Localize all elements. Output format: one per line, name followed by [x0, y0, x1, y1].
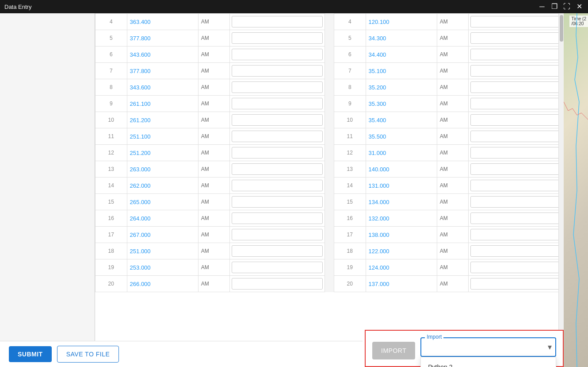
- unit-cell: AM: [437, 227, 469, 243]
- table-row: 18 122.000 AM: [334, 243, 564, 259]
- unit-cell: AM: [437, 161, 469, 178]
- input-cell[interactable]: [230, 46, 325, 63]
- row-number: 7: [95, 63, 127, 79]
- input-cell[interactable]: [469, 276, 564, 292]
- data-input[interactable]: [232, 278, 323, 290]
- input-cell[interactable]: [230, 79, 325, 96]
- input-cell[interactable]: [469, 128, 564, 145]
- data-input[interactable]: [470, 32, 561, 44]
- value-cell: 140.000: [366, 161, 437, 178]
- input-cell[interactable]: [469, 14, 564, 30]
- input-cell[interactable]: [469, 30, 564, 46]
- value-cell: 138.000: [366, 227, 437, 243]
- input-cell[interactable]: [469, 96, 564, 112]
- input-cell[interactable]: [469, 227, 564, 243]
- unit-cell: AM: [437, 96, 469, 112]
- input-cell[interactable]: [230, 259, 325, 276]
- value-cell: 35.100: [366, 63, 437, 79]
- data-input[interactable]: [232, 131, 323, 142]
- input-cell[interactable]: [469, 63, 564, 79]
- data-input[interactable]: [232, 16, 323, 27]
- value-cell: 124.000: [366, 259, 437, 276]
- input-cell[interactable]: [230, 96, 325, 112]
- input-cell[interactable]: [230, 210, 325, 227]
- import-button: IMPORT: [372, 342, 415, 359]
- data-input[interactable]: [232, 163, 323, 175]
- restore-button[interactable]: ❐: [550, 3, 559, 10]
- save-to-file-button[interactable]: SAVE TO FILE: [57, 346, 119, 363]
- unit-cell: AM: [437, 14, 469, 30]
- table-row: 9 261.100 AM: [95, 96, 325, 112]
- input-cell[interactable]: [230, 63, 325, 79]
- submit-button[interactable]: SUBMIT: [9, 346, 52, 362]
- input-cell[interactable]: [469, 145, 564, 161]
- data-input[interactable]: [232, 262, 323, 273]
- data-input[interactable]: [470, 163, 561, 175]
- import-dropdown-menu: Python 2 Import from file: [420, 357, 556, 367]
- data-input[interactable]: [470, 180, 561, 191]
- data-input[interactable]: [470, 196, 561, 208]
- data-input[interactable]: [470, 278, 561, 290]
- data-input[interactable]: [232, 65, 323, 77]
- data-input[interactable]: [232, 32, 323, 44]
- data-input[interactable]: [470, 212, 561, 224]
- close-button[interactable]: ✕: [575, 3, 584, 10]
- input-cell[interactable]: [230, 30, 325, 46]
- input-cell[interactable]: [230, 112, 325, 128]
- dropdown-item-python2[interactable]: Python 2: [421, 357, 556, 367]
- input-cell[interactable]: [469, 259, 564, 276]
- row-number: 9: [95, 96, 127, 112]
- row-number: 17: [334, 227, 366, 243]
- value-cell: 261.200: [127, 112, 198, 128]
- input-cell[interactable]: [230, 145, 325, 161]
- data-input[interactable]: [470, 49, 561, 60]
- input-cell[interactable]: [469, 112, 564, 128]
- data-input[interactable]: [470, 81, 561, 93]
- data-input[interactable]: [470, 98, 561, 109]
- data-input[interactable]: [232, 180, 323, 191]
- expand-button[interactable]: ⛶: [562, 3, 571, 10]
- input-cell[interactable]: [469, 46, 564, 63]
- data-input[interactable]: [232, 196, 323, 208]
- data-input[interactable]: [232, 81, 323, 93]
- data-input[interactable]: [232, 98, 323, 109]
- data-input[interactable]: [470, 229, 561, 240]
- unit-cell: AM: [198, 96, 230, 112]
- data-input[interactable]: [232, 229, 323, 240]
- minimize-button[interactable]: ─: [538, 3, 546, 10]
- data-input[interactable]: [470, 262, 561, 273]
- input-cell[interactable]: [230, 161, 325, 178]
- data-input[interactable]: [470, 131, 561, 142]
- data-input[interactable]: [470, 147, 561, 158]
- input-cell[interactable]: [469, 243, 564, 259]
- input-cell[interactable]: [469, 161, 564, 178]
- data-input[interactable]: [470, 245, 561, 257]
- input-cell[interactable]: [230, 276, 325, 292]
- input-cell[interactable]: [230, 227, 325, 243]
- input-cell[interactable]: [230, 194, 325, 210]
- data-input[interactable]: [470, 16, 561, 27]
- input-cell[interactable]: [469, 194, 564, 210]
- unit-cell: AM: [437, 210, 469, 227]
- scrollbar[interactable]: ▲: [558, 13, 564, 340]
- input-cell[interactable]: [469, 79, 564, 96]
- unit-cell: AM: [198, 46, 230, 63]
- input-cell[interactable]: [230, 178, 325, 194]
- unit-cell: AM: [437, 128, 469, 145]
- data-input[interactable]: [232, 212, 323, 224]
- scrollbar-thumb[interactable]: [560, 15, 563, 42]
- data-input[interactable]: [470, 65, 561, 77]
- input-cell[interactable]: [230, 14, 325, 30]
- input-cell[interactable]: [469, 210, 564, 227]
- import-select[interactable]: Python 2 Import from file: [420, 337, 556, 357]
- table-row: 13 263.000 AM: [95, 161, 325, 178]
- data-input[interactable]: [232, 49, 323, 60]
- input-cell[interactable]: [230, 243, 325, 259]
- table-panel[interactable]: 4 363.400 AM 5 377.800 AM 6 343.600 AM 7…: [95, 13, 564, 367]
- input-cell[interactable]: [230, 128, 325, 145]
- data-input[interactable]: [232, 147, 323, 158]
- data-input[interactable]: [232, 245, 323, 257]
- input-cell[interactable]: [469, 178, 564, 194]
- data-input[interactable]: [232, 114, 323, 126]
- data-input[interactable]: [470, 114, 561, 126]
